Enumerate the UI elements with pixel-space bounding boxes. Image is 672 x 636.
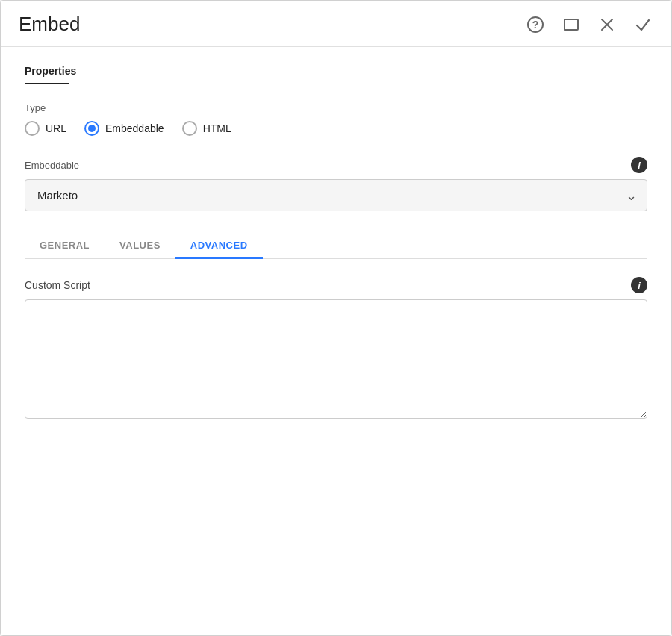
resize-icon[interactable] (561, 14, 582, 35)
radio-url[interactable] (25, 121, 40, 136)
radio-option-embeddable[interactable]: Embeddable (84, 121, 164, 136)
dialog-header: Embed ? (1, 1, 671, 47)
custom-script-row: Custom Script i (25, 277, 647, 293)
dialog-content: Properties Type URL Embeddable HTML (1, 47, 671, 635)
tabs-container: GENERAL VALUES ADVANCED (25, 232, 647, 259)
help-icon[interactable]: ? (525, 14, 546, 35)
custom-script-textarea[interactable] (25, 299, 647, 419)
embeddable-dropdown-wrapper: Marketo HubSpot Pardot Salesforce ⌄ (25, 179, 647, 211)
svg-text:?: ? (532, 19, 539, 31)
advanced-panel: Custom Script i (25, 277, 647, 422)
confirm-icon[interactable] (632, 14, 653, 35)
type-label: Type (25, 102, 647, 113)
type-radio-group: URL Embeddable HTML (25, 121, 647, 136)
radio-embeddable[interactable] (84, 121, 99, 136)
embeddable-select[interactable]: Marketo HubSpot Pardot Salesforce (25, 179, 647, 211)
custom-script-label: Custom Script (25, 279, 90, 291)
header-icons: ? (525, 14, 653, 35)
radio-embeddable-label: Embeddable (105, 122, 164, 134)
radio-option-url[interactable]: URL (25, 121, 66, 136)
properties-label: Properties (25, 65, 647, 80)
close-icon[interactable] (597, 14, 617, 35)
svg-rect-2 (564, 19, 578, 30)
properties-underline (25, 83, 69, 84)
tab-general[interactable]: GENERAL (25, 232, 105, 258)
radio-url-label: URL (46, 122, 66, 134)
radio-option-html[interactable]: HTML (182, 121, 231, 136)
radio-html-label: HTML (203, 122, 231, 134)
tab-values[interactable]: VALUES (105, 232, 175, 258)
embed-dialog: Embed ? (0, 0, 672, 636)
tab-advanced[interactable]: ADVANCED (175, 232, 263, 258)
embeddable-label: Embeddable (25, 160, 79, 171)
custom-script-info-icon[interactable]: i (631, 277, 647, 293)
embeddable-info-icon[interactable]: i (631, 157, 647, 173)
radio-html[interactable] (182, 121, 197, 136)
dialog-title: Embed (19, 13, 80, 36)
properties-section: Properties (25, 65, 647, 84)
embeddable-row: Embeddable i (25, 157, 647, 173)
